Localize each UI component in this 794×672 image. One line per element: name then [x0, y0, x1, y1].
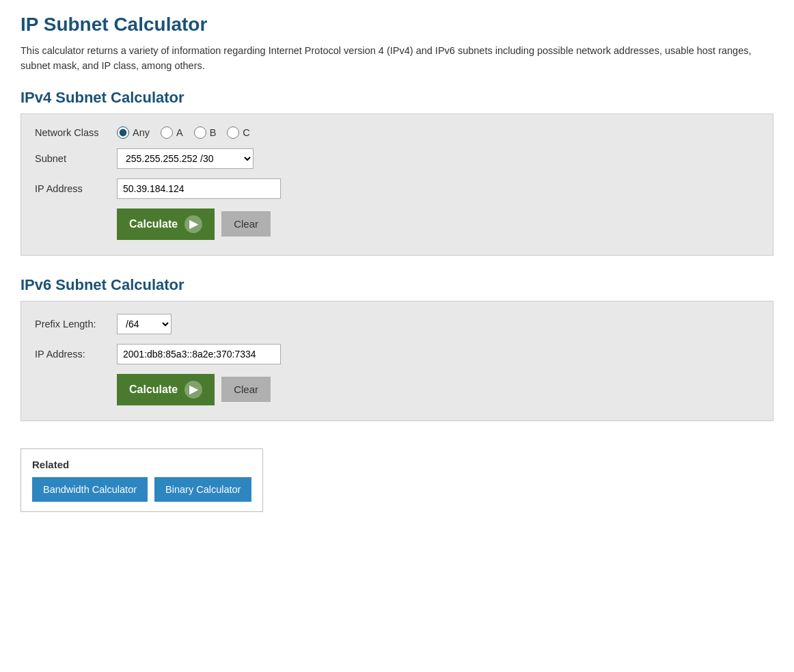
ipv6-address-input[interactable] — [117, 344, 281, 364]
ipv6-calculate-label: Calculate — [129, 384, 178, 396]
subnet-select[interactable]: 255.255.255.252 /30255.255.255.248 /2925… — [117, 148, 254, 169]
radio-option-a: A — [161, 126, 183, 139]
network-class-label: Network Class — [35, 127, 117, 138]
radio-option-c: C — [227, 126, 249, 139]
related-box: Related Bandwidth Calculator Binary Calc… — [20, 448, 263, 512]
network-class-row: Network Class Any A B C — [35, 126, 759, 139]
radio-a[interactable] — [161, 126, 173, 139]
radio-option-b: B — [194, 126, 217, 139]
ipv6-clear-button[interactable]: Clear — [221, 377, 271, 402]
subnet-label: Subnet — [35, 153, 117, 164]
radio-c[interactable] — [227, 126, 239, 139]
radio-b-label: B — [210, 127, 217, 138]
ip-address-row: IP Address — [35, 178, 759, 199]
ipv4-calculate-label: Calculate — [129, 218, 178, 230]
ipv4-calculate-arrow-icon: ▶ — [184, 215, 202, 233]
binary-calculator-link[interactable]: Binary Calculator — [154, 477, 251, 502]
ipv6-address-row: IP Address: — [35, 344, 759, 364]
ipv6-section-title: IPv6 Subnet Calculator — [20, 276, 774, 294]
related-links: Bandwidth Calculator Binary Calculator — [32, 477, 251, 502]
ipv4-clear-button[interactable]: Clear — [221, 211, 271, 237]
ipv4-calculate-button[interactable]: Calculate ▶ — [117, 209, 215, 240]
subnet-row: Subnet 255.255.255.252 /30255.255.255.24… — [35, 148, 759, 169]
ipv6-calculator-box: Prefix Length: /48/56/60/64/96/112/128 I… — [20, 301, 774, 421]
ipv6-button-row: Calculate ▶ Clear — [117, 374, 759, 405]
radio-c-label: C — [243, 127, 249, 138]
network-class-radio-group: Any A B C — [117, 126, 250, 139]
page-description: This calculator returns a variety of inf… — [20, 44, 774, 74]
bandwidth-calculator-link[interactable]: Bandwidth Calculator — [32, 477, 148, 502]
prefix-length-label: Prefix Length: — [35, 319, 117, 330]
radio-b[interactable] — [194, 126, 206, 139]
prefix-length-select[interactable]: /48/56/60/64/96/112/128 — [117, 314, 172, 334]
radio-a-label: A — [176, 127, 183, 138]
ipv6-calculate-arrow-icon: ▶ — [184, 381, 202, 399]
radio-any-label: Any — [133, 127, 150, 138]
prefix-length-row: Prefix Length: /48/56/60/64/96/112/128 — [35, 314, 759, 334]
ipv4-button-row: Calculate ▶ Clear — [117, 209, 759, 240]
page-title: IP Subnet Calculator — [20, 14, 774, 36]
ipv6-calculate-button[interactable]: Calculate ▶ — [117, 374, 215, 405]
ip-address-input[interactable] — [117, 178, 281, 199]
related-title: Related — [32, 459, 251, 470]
ipv4-section-title: IPv4 Subnet Calculator — [20, 89, 774, 107]
radio-any[interactable] — [117, 126, 129, 139]
ipv6-address-label: IP Address: — [35, 349, 117, 360]
ipv4-calculator-box: Network Class Any A B C Subnet 255.255.2… — [20, 113, 774, 256]
ip-address-label: IP Address — [35, 183, 117, 194]
radio-option-any: Any — [117, 126, 150, 139]
